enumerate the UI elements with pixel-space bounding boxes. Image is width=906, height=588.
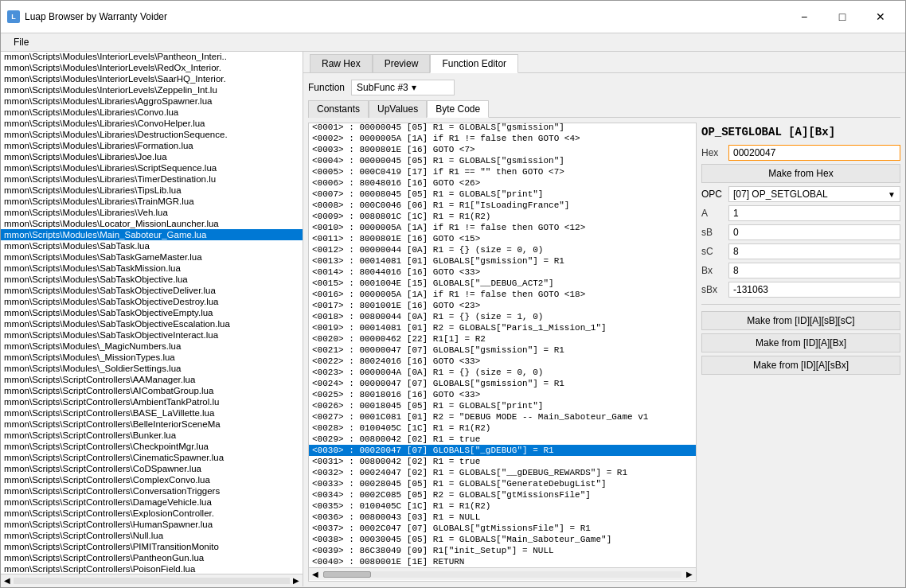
bytecode-row[interactable]: <0016> : 0000005A [1A] if R1 != false th… bbox=[309, 289, 696, 300]
file-list-item[interactable]: mmon\Scripts\ScriptControllers\AICombatG… bbox=[1, 385, 303, 396]
file-list-item[interactable]: mmon\Scripts\ScriptControllers\AmbientTa… bbox=[1, 396, 303, 407]
bytecode-row[interactable]: <0021> : 00000047 [07] GLOBALS["gsmissio… bbox=[309, 345, 696, 356]
file-list-item[interactable]: mmon\Scripts\ScriptControllers\PoisonFie… bbox=[1, 563, 303, 574]
file-list-item[interactable]: mmon\Scripts\Modules\Libraries\TimerDest… bbox=[1, 173, 303, 185]
bytecode-row[interactable]: <0005> : 000C0419 [17] if R1 == "" then … bbox=[309, 166, 696, 177]
file-list-item[interactable]: mmon\Scripts\Modules\Libraries\ScriptSeq… bbox=[1, 162, 303, 173]
make-from-id-a-bx-button[interactable]: Make from [ID][A][Bx] bbox=[701, 333, 900, 352]
make-from-id-a-sbx-button[interactable]: Make from [ID][A][sBx] bbox=[701, 356, 900, 375]
opc-select[interactable]: [07] OP_SETGLOBAL ▼ bbox=[728, 186, 900, 202]
file-list-item[interactable]: mmon\Scripts\Modules\SabTaskObjectiveEmp… bbox=[1, 307, 303, 318]
file-list-item[interactable]: mmon\Scripts\ScriptControllers\AAManager… bbox=[1, 374, 303, 385]
bytecode-row[interactable]: <0038> : 00030045 [05] R1 = GLOBALS["Mai… bbox=[309, 534, 696, 545]
bytecode-row[interactable]: <0030> : 00020047 [07] GLOBALS["_gDEBUG"… bbox=[309, 445, 696, 456]
file-list-item[interactable]: mmon\Scripts\ScriptControllers\Checkpoin… bbox=[1, 441, 303, 452]
file-list-item[interactable]: mmon\Scripts\Modules\Libraries\Veh.lua bbox=[1, 207, 303, 218]
bytecode-row[interactable]: <0013> : 00014081 [01] GLOBALS["gsmissio… bbox=[309, 255, 696, 267]
hex-input[interactable] bbox=[728, 145, 900, 161]
file-list-item[interactable]: mmon\Scripts\ScriptControllers\Explosion… bbox=[1, 508, 303, 519]
file-list-item[interactable]: mmon\Scripts\Modules\SabTask.lua bbox=[1, 240, 303, 251]
bytecode-row[interactable]: <0019> : 00014081 [01] R2 = GLOBALS["Par… bbox=[309, 322, 696, 333]
file-list-item[interactable]: mmon\Scripts\Modules\Main_Saboteur_Game.… bbox=[1, 229, 303, 240]
bytecode-row[interactable]: <0032> : 00024047 [02] R1 = GLOBALS["__g… bbox=[309, 467, 696, 478]
file-list-item[interactable]: mmon\Scripts\Modules\Libraries\Destructi… bbox=[1, 129, 303, 140]
tab-raw-hex[interactable]: Raw Hex bbox=[310, 54, 373, 72]
sb-input[interactable] bbox=[728, 224, 900, 240]
file-list-item[interactable]: mmon\Scripts\ScriptControllers\Cinematic… bbox=[1, 452, 303, 463]
file-list-item[interactable]: mmon\Scripts\ScriptControllers\BASE_LaVi… bbox=[1, 407, 303, 419]
file-list-item[interactable]: mmon\Scripts\ScriptControllers\PantheonG… bbox=[1, 552, 303, 563]
bytecode-row[interactable]: <0020> : 00000462 [22] R1[1] = R2 bbox=[309, 333, 696, 345]
bytecode-row[interactable]: <0006> : 80048016 [16] GOTO <26> bbox=[309, 177, 696, 189]
file-list-item[interactable]: mmon\Scripts\Modules\Libraries\Convo.lua bbox=[1, 107, 303, 118]
make-from-hex-button[interactable]: Make from Hex bbox=[701, 164, 900, 183]
sbx-input[interactable] bbox=[728, 282, 900, 298]
file-list-item[interactable]: mmon\Scripts\Modules\SabTaskObjectiveInt… bbox=[1, 329, 303, 341]
file-list-item[interactable]: mmon\Scripts\Modules\InteriorLevels\RedO… bbox=[1, 62, 303, 73]
bytecode-row[interactable]: <0025> : 80018016 [16] GOTO <33> bbox=[309, 389, 696, 400]
file-list-item[interactable]: mmon\Scripts\Modules\SabTaskGameMaster.l… bbox=[1, 251, 303, 263]
file-list-item[interactable]: mmon\Scripts\Modules\SabTaskObjective.lu… bbox=[1, 274, 303, 285]
bytecode-row[interactable]: <0010> : 0000005A [1A] if R1 != false th… bbox=[309, 222, 696, 233]
file-list-item[interactable]: mmon\Scripts\ScriptControllers\ComplexCo… bbox=[1, 474, 303, 485]
file-list-item[interactable]: mmon\Scripts\Modules\Libraries\ConvoHelp… bbox=[1, 118, 303, 129]
bc-scroll-left[interactable]: ◀ bbox=[309, 568, 322, 581]
bytecode-row[interactable]: <0012> : 00000044 [0A] R1 = {} (size = 0… bbox=[309, 244, 696, 255]
sc-input[interactable] bbox=[728, 243, 900, 259]
bytecode-row[interactable]: <0009> : 0080801C [1C] R1 = R1(R2) bbox=[309, 211, 696, 222]
file-list-item[interactable]: mmon\Scripts\Modules\InteriorLevels\Pant… bbox=[1, 52, 303, 62]
file-list-item[interactable]: mmon\Scripts\ScriptControllers\BelleInte… bbox=[1, 419, 303, 430]
file-list-item[interactable]: mmon\Scripts\ScriptControllers\Conversat… bbox=[1, 485, 303, 496]
bytecode-row[interactable]: <0034> : 0002C085 [05] R2 = GLOBALS["gtM… bbox=[309, 489, 696, 500]
file-list-item[interactable]: mmon\Scripts\ScriptControllers\PIMITrans… bbox=[1, 541, 303, 552]
bytecode-row[interactable]: <0018> : 00800044 [0A] R1 = {} (size = 1… bbox=[309, 311, 696, 322]
file-list-item[interactable]: mmon\Scripts\Modules\SabTaskObjectiveDes… bbox=[1, 296, 303, 307]
menu-file[interactable]: File bbox=[7, 35, 35, 49]
bytecode-row[interactable]: <0017> : 8001001E [16] GOTO <23> bbox=[309, 300, 696, 311]
file-list-item[interactable]: mmon\Scripts\ScriptControllers\Bunker.lu… bbox=[1, 430, 303, 441]
file-list-item[interactable]: mmon\Scripts\Modules\Locator_MissionLaun… bbox=[1, 218, 303, 229]
file-list-item[interactable]: mmon\Scripts\Modules\Libraries\Formation… bbox=[1, 140, 303, 151]
bytecode-row[interactable]: <0001> : 00000045 [05] R1 = GLOBALS["gsm… bbox=[309, 123, 696, 133]
file-list-item[interactable]: mmon\Scripts\Modules\Libraries\AggroSpaw… bbox=[1, 95, 303, 107]
scroll-track[interactable] bbox=[14, 578, 290, 584]
bytecode-row[interactable]: <0008> : 000C0046 [06] R1 = R1["IsLoadin… bbox=[309, 200, 696, 211]
bytecode-row[interactable]: <0002> : 0000005A [1A] if R1 != false th… bbox=[309, 133, 696, 144]
bytecode-row[interactable]: <0023> : 0000004A [0A] R1 = {} (size = 0… bbox=[309, 367, 696, 378]
bytecode-row[interactable]: <0040> : 0080001E [1E] RETURN bbox=[309, 556, 696, 567]
close-button[interactable]: ✕ bbox=[862, 6, 899, 28]
bytecode-row[interactable]: <0035> : 0100405C [1C] R1 = R1(R2) bbox=[309, 500, 696, 512]
file-list-item[interactable]: mmon\Scripts\Modules\SabTaskMission.lua bbox=[1, 263, 303, 274]
file-list-item[interactable]: mmon\Scripts\ScriptControllers\HumanSpaw… bbox=[1, 519, 303, 530]
bytecode-row[interactable]: <0029> : 00800042 [02] R1 = true bbox=[309, 434, 696, 445]
bytecode-row[interactable]: <0007> : 00008045 [05] R1 = GLOBALS["pri… bbox=[309, 189, 696, 200]
minimize-button[interactable]: − bbox=[786, 6, 822, 28]
function-select[interactable]: SubFunc #3 ▾ bbox=[351, 80, 455, 95]
file-list-item[interactable]: mmon\Scripts\Modules\_MissionTypes.lua bbox=[1, 352, 303, 363]
file-list-item[interactable]: mmon\Scripts\ScriptControllers\DamageVeh… bbox=[1, 496, 303, 508]
bytecode-row[interactable]: <0033> : 00028045 [05] R1 = GLOBALS["Gen… bbox=[309, 478, 696, 489]
sub-tab-bytecode[interactable]: Byte Code bbox=[427, 100, 489, 118]
sub-tab-constants[interactable]: Constants bbox=[308, 100, 369, 118]
bytecode-row[interactable]: <0004> : 00000045 [05] R1 = GLOBALS["gsm… bbox=[309, 155, 696, 166]
file-list-item[interactable]: mmon\Scripts\ScriptControllers\Null.lua bbox=[1, 530, 303, 541]
file-list-item[interactable]: mmon\Scripts\Modules\Libraries\TipsLib.l… bbox=[1, 185, 303, 196]
file-list-item[interactable]: mmon\Scripts\Modules\SabTaskObjectiveEsc… bbox=[1, 318, 303, 329]
bytecode-row[interactable]: <0037> : 0002C047 [07] GLOBALS["gtMissio… bbox=[309, 523, 696, 534]
bytecode-row[interactable]: <0003> : 8000801E [16] GOTO <7> bbox=[309, 144, 696, 155]
tab-function-editor[interactable]: Function Editor bbox=[430, 54, 518, 73]
bytecode-list[interactable]: <0001> : 00000045 [05] R1 = GLOBALS["gsm… bbox=[309, 123, 696, 567]
bytecode-row[interactable]: <0026> : 00018045 [05] R1 = GLOBALS["pri… bbox=[309, 400, 696, 411]
bytecode-row[interactable]: <0031> : 00800042 [02] R1 = true bbox=[309, 456, 696, 467]
file-list-item[interactable]: mmon\Scripts\Modules\InteriorLevels\Zepp… bbox=[1, 84, 303, 95]
file-list-item[interactable]: mmon\Scripts\Modules\_MagicNumbers.lua bbox=[1, 341, 303, 352]
bytecode-row[interactable]: <0014> : 80044016 [16] GOTO <33> bbox=[309, 267, 696, 278]
bytecode-row[interactable]: <0022> : 80024016 [16] GOTO <33> bbox=[309, 356, 696, 367]
bytecode-row[interactable]: <0039> : 86C38049 [09] R1["init_Setup"] … bbox=[309, 545, 696, 556]
sub-tab-upvalues[interactable]: UpValues bbox=[369, 100, 427, 118]
file-list-item[interactable]: mmon\Scripts\ScriptControllers\CoDSpawne… bbox=[1, 463, 303, 474]
file-list-item[interactable]: mmon\Scripts\Modules\SabTaskObjectiveDel… bbox=[1, 285, 303, 296]
file-list-item[interactable]: mmon\Scripts\Modules\Libraries\TrainMGR.… bbox=[1, 196, 303, 207]
file-list-item[interactable]: mmon\Scripts\Modules\_SoldierSettings.lu… bbox=[1, 363, 303, 374]
bytecode-row[interactable]: <0027> : 0001C081 [01] R2 = "DEBUG MODE … bbox=[309, 411, 696, 423]
